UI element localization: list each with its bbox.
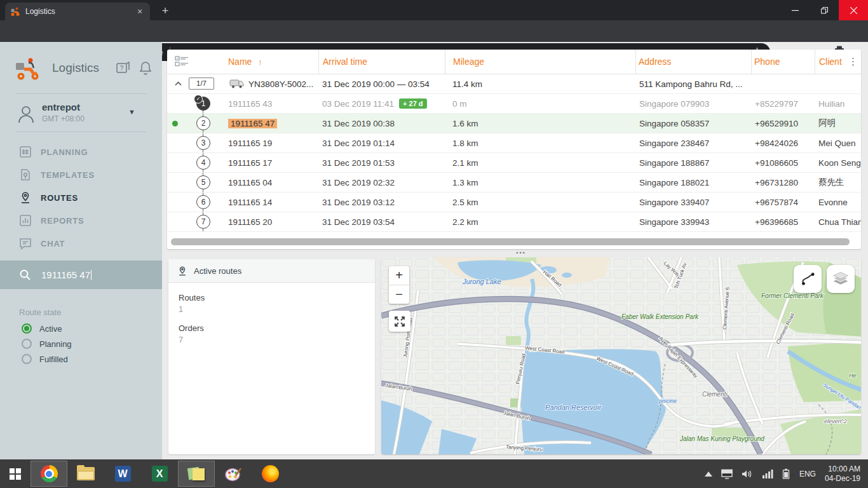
table-row[interactable]: 4 ✓ 1911165 17 31 Dec 2019 01:53 2.1 km … — [167, 153, 861, 173]
notifications-bell-icon[interactable] — [139, 60, 153, 76]
order-name-cell: 1911165 47 — [226, 119, 318, 128]
text-cursor — [91, 270, 92, 280]
tray-monitor-icon[interactable] — [721, 469, 733, 479]
order-phone-cell: +96529910 — [751, 119, 815, 128]
routes-count-value: 1 — [179, 304, 365, 314]
new-tab-button[interactable]: + — [158, 4, 173, 19]
sidebar-item-templates[interactable]: TEMPLATES — [0, 163, 162, 186]
active-order-dot — [172, 121, 178, 126]
table-header: Name↑ Arrival time Mileage Address Phone… — [167, 50, 861, 74]
map-fullscreen-button[interactable] — [389, 311, 410, 332]
taskbar-paint-button[interactable] — [215, 461, 252, 487]
map-route-tool-button[interactable] — [794, 265, 822, 293]
route-summary-row[interactable]: 1/7 YN3808Y-5002... 31 Dec 2019 00:00 — … — [167, 74, 861, 94]
collapse-chevron-icon[interactable] — [175, 81, 182, 86]
taskbar-sticky-notes-button[interactable] — [178, 461, 215, 487]
order-arrival-cell: 31 Dec 2019 03:54 — [318, 217, 445, 227]
order-phone-cell: +91086605 — [751, 158, 815, 168]
delay-badge: + 27 d — [399, 98, 427, 109]
order-client-cell: Evonne — [815, 198, 861, 207]
order-mileage-cell: 2.5 km — [445, 198, 635, 207]
map[interactable]: Jurong Lake Hall Road Lay Way Toh Tuck A… — [381, 257, 861, 454]
map-layers-button[interactable] — [827, 265, 855, 293]
tray-battery-icon[interactable] — [782, 468, 790, 479]
order-client-cell: Koon Seng — [815, 158, 861, 168]
sidebar-item-planning[interactable]: PLANNING — [0, 140, 162, 163]
help-icon[interactable]: ? — [116, 61, 131, 75]
orders-table: Name↑ Arrival time Mileage Address Phone… — [167, 50, 861, 249]
map-zoom-in-button[interactable]: + — [389, 266, 409, 285]
svg-text:?: ? — [120, 65, 124, 72]
taskbar-word-button[interactable]: W — [104, 461, 141, 487]
word-icon: W — [115, 466, 131, 482]
tab-title: Logistics — [25, 7, 135, 16]
order-arrival-cell: 31 Dec 2019 01:14 — [318, 139, 445, 148]
tray-network-icon[interactable] — [762, 469, 773, 478]
map-label-water: Jurong Lake — [462, 278, 501, 285]
active-routes-header: Active routes — [168, 259, 375, 283]
route-state-active-radio[interactable]: Active — [22, 322, 149, 336]
sidebar-item-routes[interactable]: ROUTES — [0, 186, 162, 209]
column-header-name[interactable]: Name↑ — [226, 50, 318, 74]
order-client-cell: Mei Quen — [815, 139, 861, 148]
browser-tab[interactable]: Logistics × — [5, 3, 150, 20]
sidebar-menu: PLANNING TEMPLATES ROUTES REPORTS — [0, 140, 162, 255]
route-state-label: Route state — [19, 308, 62, 317]
template-document-icon — [19, 168, 32, 181]
order-address-cell: Singapore 339943 — [635, 217, 751, 227]
window-minimize-button[interactable] — [780, 0, 810, 20]
map-zoom-out-button[interactable]: − — [389, 285, 409, 304]
order-number-badge: 7 — [196, 215, 210, 229]
tray-clock[interactable]: 10:00 AM 04-Dec-19 — [825, 464, 860, 484]
window-restore-button[interactable] — [810, 0, 839, 20]
column-settings-icon[interactable] — [167, 50, 226, 74]
column-header-address[interactable]: Address — [635, 50, 751, 74]
column-header-arrival[interactable]: Arrival time — [318, 50, 445, 74]
table-row[interactable]: 6 ✓ 1911165 14 31 Dec 2019 03:12 2.5 km … — [167, 193, 861, 212]
sidebar-item-chat[interactable]: CHAT — [0, 232, 162, 255]
order-client-cell: Chua Thian — [815, 217, 861, 227]
horizontal-scrollbar[interactable] — [171, 238, 850, 245]
map-label-park: Jalan Mas Kuning Playground — [679, 435, 764, 442]
taskbar-explorer-button[interactable] — [67, 461, 104, 487]
tray-language[interactable]: ENG — [799, 470, 816, 478]
user-account-dropdown[interactable]: entrepot GMT +08:00 ▼ — [0, 100, 162, 130]
table-menu-icon[interactable]: ⋮ — [848, 56, 857, 67]
map-label-town: Clementi — [702, 391, 728, 398]
panel-title: Active routes — [194, 266, 241, 276]
search-input[interactable]: 1911165 47 — [0, 261, 162, 289]
sidebar-item-reports[interactable]: REPORTS — [0, 209, 162, 232]
route-state-planning-radio[interactable]: Planning — [22, 337, 149, 351]
table-row[interactable]: 3 ✓ 1911165 19 31 Dec 2019 01:14 1.8 km … — [167, 133, 861, 153]
table-row[interactable]: 7 ✓ 1911165 20 31 Dec 2019 03:54 2.2 km … — [167, 212, 861, 232]
divider — [15, 132, 147, 132]
order-name-cell: 1911165 20 — [226, 217, 318, 227]
column-header-phone[interactable]: Phone — [751, 50, 815, 74]
table-row[interactable]: 1 ✓ 1911165 43 03 Dec 2019 11:41+ 27 d 0… — [167, 94, 861, 114]
order-arrival-cell: 31 Dec 2019 02:32 — [318, 178, 445, 187]
browser-toolbar: Not secure apps.wialon.com/logistics/?si… — [0, 20, 868, 42]
taskbar-firefox-button[interactable] — [252, 461, 288, 487]
tab-close-icon[interactable]: × — [135, 6, 145, 17]
order-mileage-cell: 1.8 km — [445, 139, 635, 148]
vehicle-icon — [229, 79, 244, 88]
window-close-button[interactable] — [839, 0, 868, 20]
order-name-cell: 1911165 14 — [226, 198, 318, 207]
panel-resize-handle[interactable]: ••• — [508, 249, 534, 257]
taskbar-chrome-button[interactable] — [31, 461, 67, 487]
start-button[interactable] — [0, 461, 31, 487]
tray-hidden-icons-button[interactable] — [705, 471, 712, 477]
order-address-cell: Singapore 188021 — [635, 178, 751, 187]
column-header-mileage[interactable]: Mileage — [445, 50, 635, 74]
map-label-park: Former Clementi Park — [761, 292, 824, 299]
order-mileage-cell: 2.1 km — [445, 158, 635, 168]
user-icon — [18, 104, 34, 123]
tray-volume-icon[interactable] — [742, 469, 753, 479]
table-row[interactable]: 5 ✓ 1911165 04 31 Dec 2019 02:32 1.3 km … — [167, 173, 861, 193]
table-row[interactable]: 2 ✓ 1911165 47 31 Dec 2019 00:38 1.6 km … — [167, 114, 861, 133]
chrome-icon — [41, 465, 58, 482]
order-phone-cell: +98424026 — [751, 139, 815, 148]
route-state-fulfilled-radio[interactable]: Fulfilled — [22, 352, 149, 366]
tab-favicon-scooter-icon — [10, 6, 20, 17]
taskbar-excel-button[interactable]: X — [141, 461, 178, 487]
